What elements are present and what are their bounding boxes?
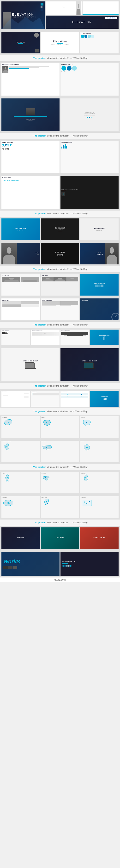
quote-7: "The greatest ideas are the simplest." —… bbox=[0, 408, 120, 415]
todo-checkbox-2 bbox=[32, 394, 32, 395]
be-yourself-2-studio: studio bbox=[57, 229, 63, 230]
tl-block-3 bbox=[24, 396, 28, 398]
france-map-inner: France bbox=[41, 416, 79, 438]
macbook-1-label: MACBOOK PRO MOCKUP bbox=[23, 360, 38, 362]
top-presentation-section: Elevation PRESENTATION TEMPLATE bbox=[0, 0, 120, 30]
paris-map-slide: Paris bbox=[80, 441, 119, 462]
quote-4: "The greatest ideas are the simplest." —… bbox=[0, 266, 120, 273]
todo-item-1 bbox=[32, 393, 59, 394]
bottom-accent bbox=[82, 14, 119, 14]
france-map-slide: France bbox=[41, 416, 79, 438]
croatia-map-slide: Croatia bbox=[41, 472, 79, 493]
blog-post-2 bbox=[60, 301, 78, 306]
svg-point-16 bbox=[9, 503, 10, 504]
company-3-label: Company bbox=[81, 497, 118, 498]
mb-screen-content bbox=[25, 363, 34, 368]
opt-3-icon bbox=[68, 396, 68, 397]
our-services-slide: OUR SERVICES bbox=[90, 391, 119, 407]
be-yourself-light-slide: Be Yourself studio bbox=[80, 218, 119, 240]
company-2-label: Gran Brit bbox=[42, 497, 78, 498]
our-services-inner: OUR SERVICES bbox=[90, 391, 119, 407]
our-works-label: OUR WORKS bbox=[94, 282, 105, 284]
brief-teal-label: The Brief bbox=[56, 537, 64, 538]
quote-text-6: "The greatest ideas are the simplest." —… bbox=[33, 385, 88, 387]
svg-point-7 bbox=[46, 447, 47, 448]
opt-3 bbox=[61, 396, 75, 398]
quote-2: "The greatest ideas are the simplest." —… bbox=[0, 132, 120, 139]
dw-text-2: Don't work for the youdreamed about make… bbox=[62, 112, 118, 116]
portfolio-2-inner: PORTFOLIO bbox=[80, 299, 119, 320]
h-line-2 bbox=[9, 67, 39, 68]
company-map-2-svg bbox=[42, 499, 53, 507]
macbook-1-slide: MACBOOK PRO MOCKUP bbox=[1, 348, 59, 381]
svg-point-6 bbox=[6, 446, 7, 447]
paris-svg bbox=[81, 443, 93, 452]
tl-block-2 bbox=[3, 395, 8, 396]
cv-block-3 bbox=[88, 35, 91, 38]
the-team-2-inner: THE TEAM bbox=[41, 274, 79, 296]
the-team-2-slide: THE TEAM bbox=[41, 274, 79, 296]
todo-items bbox=[32, 393, 59, 396]
portfolio-1-label: PORTFOLIO bbox=[2, 300, 39, 301]
from-blog-inner: FROM THE BLOG bbox=[41, 299, 79, 320]
customers-line bbox=[62, 191, 66, 191]
hex-2 bbox=[89, 117, 90, 118]
t-avatar-1 bbox=[2, 148, 4, 150]
macbook-2-mockup bbox=[84, 362, 95, 369]
bar-3 bbox=[64, 146, 65, 149]
our-services-label: OUR SERVICES bbox=[100, 396, 108, 397]
svg-point-20 bbox=[84, 501, 85, 502]
opt-1-icon bbox=[68, 394, 68, 395]
four-options-grid bbox=[61, 393, 88, 398]
company-1-label: Company bbox=[2, 497, 39, 498]
macbook-2-label: MACBOOK PRO MOCKUP bbox=[82, 360, 97, 362]
gfxtra-bar: gfxtra.com bbox=[0, 577, 120, 582]
row-9-grid: THE TEAM THE TEAM OUR WORKS bbox=[0, 273, 120, 297]
mb-screen bbox=[25, 362, 34, 368]
brief-teal-inner: The Brief bbox=[41, 527, 79, 549]
contact-red-inner: CONTACT US bbox=[80, 527, 119, 549]
hex-1 bbox=[87, 117, 88, 118]
the-team-1-slide: THE TEAM bbox=[1, 274, 40, 296]
ukraine-map-inner: Ukraine bbox=[41, 441, 79, 462]
company-map-3-slide: Company bbox=[80, 496, 119, 518]
history-text-col bbox=[9, 66, 58, 73]
stat-1: 700 bbox=[2, 179, 6, 182]
history-slide: HISTORY OF OUR COMPANY bbox=[1, 63, 59, 96]
opt-1 bbox=[61, 393, 75, 396]
by-person-1-slide: John Doe bbox=[1, 243, 40, 265]
cv-block-2 bbox=[85, 35, 87, 38]
svg-point-4 bbox=[46, 422, 47, 423]
dont-work-2-inner: Don't work for the youdreamed about make… bbox=[61, 98, 119, 131]
company-values-label: COMPANY VALUES bbox=[62, 64, 118, 65]
be-yourself-2-title: Be Yourself bbox=[55, 227, 65, 229]
paris-label: Paris bbox=[81, 441, 118, 443]
myworks-text: My Works! bbox=[96, 7, 105, 9]
mb2-screen-content bbox=[84, 363, 93, 368]
company-values-slide: COMPANY VALUES Brand Slide bbox=[61, 63, 119, 96]
core-values-inner: CORE VALUES bbox=[80, 32, 119, 54]
germany-map-inner: Germany bbox=[1, 416, 40, 438]
be-yourself-light-inner: Be Yourself studio bbox=[80, 218, 119, 240]
ukraine-svg bbox=[42, 443, 53, 452]
tl-block-1 bbox=[24, 393, 28, 394]
desktop-base bbox=[64, 336, 86, 336]
great-services-slide: GREAT SERVICES Our Testimonials bbox=[1, 141, 59, 173]
be-yourself-3-studio: studio bbox=[96, 229, 102, 231]
by-person-1-text: John Doe bbox=[35, 252, 39, 255]
quote-highlight-3: The greatest bbox=[33, 212, 46, 215]
row-5-grid: GREAT SERVICES Our Testimonials bbox=[0, 139, 120, 175]
croatia-map-inner: Croatia bbox=[41, 472, 79, 493]
work-thumb-1 bbox=[3, 566, 8, 569]
poland-label: Poland bbox=[81, 417, 118, 418]
t-avatar-3 bbox=[7, 148, 9, 150]
works-big-inner: WorkS bbox=[1, 552, 59, 576]
be-yourself-3-title: Be Yourself bbox=[94, 227, 105, 229]
contact-final-slide: CONTACT US bbox=[61, 552, 119, 576]
by-person-1-img bbox=[1, 243, 17, 265]
stat-3-val: 100 bbox=[11, 179, 15, 182]
germany-map-slide: Germany bbox=[1, 416, 40, 438]
hex-3 bbox=[91, 117, 92, 118]
dw-img-1 bbox=[26, 108, 35, 115]
row-13-grid: TIMELINE TO DO LIST bbox=[0, 389, 120, 408]
